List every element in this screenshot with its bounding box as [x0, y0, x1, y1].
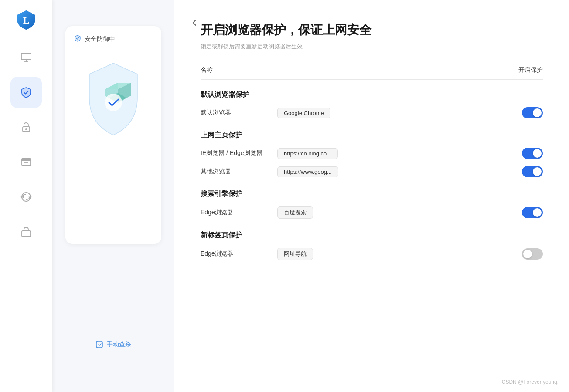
section-title-homepage: 上网主页保护: [201, 131, 543, 140]
toggle-default-browser-row[interactable]: [522, 107, 543, 118]
col-name-header: 名称: [201, 66, 213, 74]
manual-scan-label: 手动查杀: [107, 341, 131, 348]
svg-point-6: [25, 128, 27, 130]
svg-point-11: [26, 160, 27, 161]
row-ie-edge-row: IE浏览器 / Edge浏览器https://cn.bing.co...: [201, 148, 543, 159]
svg-rect-2: [21, 53, 31, 60]
row-badge-edge-newtab-row[interactable]: 网址导航: [277, 248, 313, 260]
svg-point-14: [29, 196, 31, 198]
toggle-edge-newtab-row[interactable]: [522, 248, 543, 260]
row-label-other-browser-row: 其他浏览器: [201, 168, 270, 176]
sidebar-item-lock[interactable]: [10, 112, 42, 143]
row-edge-newtab-row: Edge浏览器网址导航: [201, 248, 543, 260]
sidebar: L: [0, 0, 52, 392]
left-panel: 安全防御中 手动查杀: [52, 0, 174, 392]
manual-scan-button[interactable]: 手动查杀: [95, 341, 131, 348]
row-badge-ie-edge-row[interactable]: https://cn.bing.co...: [277, 148, 338, 159]
sidebar-item-support[interactable]: [10, 181, 42, 213]
row-badge-default-browser-row[interactable]: Google Chrome: [277, 108, 330, 118]
section-title-new-tab: 新标签页保护: [201, 231, 543, 240]
shield-status: 安全防御中: [74, 35, 115, 44]
row-label-edge-search-row: Edge浏览器: [201, 209, 270, 216]
section-default-browser: 默认浏览器保护默认浏览器Google Chrome: [201, 90, 543, 118]
sidebar-item-shop[interactable]: [10, 216, 42, 247]
row-other-browser-row: 其他浏览器https://www.goog...: [201, 166, 543, 177]
row-badge-edge-search-row[interactable]: 百度搜索: [277, 206, 313, 219]
svg-rect-17: [96, 341, 102, 348]
shield-status-text: 安全防御中: [85, 35, 115, 43]
col-toggle-header: 开启保护: [518, 66, 543, 74]
svg-text:L: L: [23, 15, 30, 26]
section-new-tab: 新标签页保护Edge浏览器网址导航: [201, 231, 543, 260]
section-homepage: 上网主页保护IE浏览器 / Edge浏览器https://cn.bing.co.…: [201, 131, 543, 177]
row-label-ie-edge-row: IE浏览器 / Edge浏览器: [201, 149, 270, 157]
sidebar-item-monitor[interactable]: [10, 42, 42, 73]
svg-point-10: [24, 160, 25, 161]
svg-point-16: [105, 94, 122, 111]
row-edge-search-row: Edge浏览器百度搜索: [201, 206, 543, 219]
back-button[interactable]: [187, 16, 201, 30]
section-search-engine: 搜索引擎保护Edge浏览器百度搜索: [201, 189, 543, 219]
svg-rect-15: [22, 231, 31, 237]
column-headers: 名称 开启保护: [201, 66, 543, 80]
page-subtitle: 锁定或解锁后需要重新启动浏览器后生效: [201, 43, 543, 51]
toggle-edge-search-row[interactable]: [522, 207, 543, 218]
logo[interactable]: L: [15, 9, 37, 31]
row-default-browser-row: 默认浏览器Google Chrome: [201, 107, 543, 118]
toggle-other-browser-row[interactable]: [522, 166, 543, 177]
svg-point-13: [21, 196, 24, 198]
sections-container: 默认浏览器保护默认浏览器Google Chrome上网主页保护IE浏览器 / E…: [201, 90, 543, 260]
row-label-default-browser-row: 默认浏览器: [201, 109, 270, 117]
page-title: 开启浏览器保护，保证上网安全: [201, 22, 543, 38]
sidebar-item-shield[interactable]: [10, 77, 42, 108]
panel-illustration: [78, 52, 148, 148]
row-badge-other-browser-row[interactable]: https://www.goog...: [277, 166, 338, 177]
section-title-search-engine: 搜索引擎保护: [201, 189, 543, 199]
section-title-default-browser: 默认浏览器保护: [201, 90, 543, 99]
shield-status-icon: [74, 35, 81, 44]
toggle-ie-edge-row[interactable]: [522, 148, 543, 159]
row-label-edge-newtab-row: Edge浏览器: [201, 250, 270, 258]
panel-card: 安全防御中: [65, 26, 161, 244]
watermark: CSDN @Forever young.: [502, 379, 559, 385]
main-content: 开启浏览器保护，保证上网安全 锁定或解锁后需要重新启动浏览器后生效 名称 开启保…: [174, 0, 569, 392]
sidebar-item-backup[interactable]: [10, 146, 42, 178]
